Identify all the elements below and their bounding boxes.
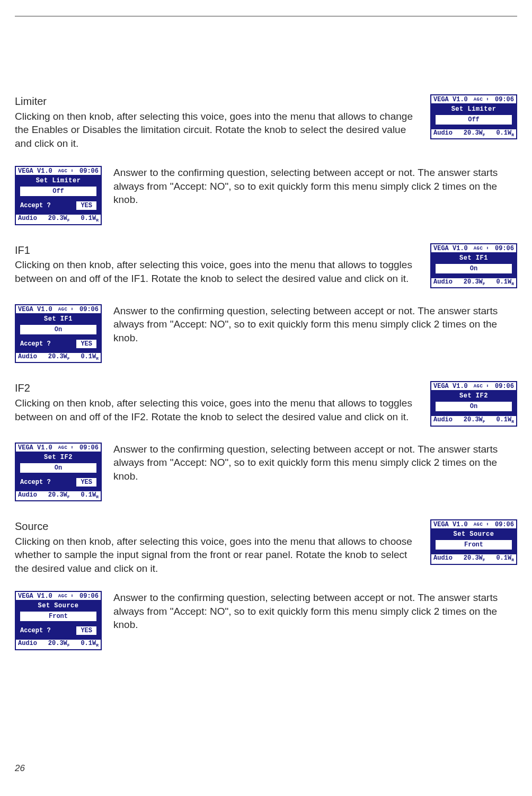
section-body: Clicking on then knob, after selecting t…	[15, 258, 421, 285]
lcd-audio-label: Audio	[433, 417, 453, 424]
lcd-screen-if2: VEGA V1.0 AGC ⬍ 09:06 Set IF2 On Audio 2…	[430, 381, 517, 426]
lcd-time: 09:06	[79, 593, 99, 599]
lcd-confirm-row: Accept ? YES	[19, 477, 97, 488]
lcd-accept-label: Accept ?	[19, 201, 52, 210]
lcd-agc-icon: AGC ⬍	[52, 445, 79, 451]
lcd-audio-label: Audio	[18, 353, 37, 361]
lcd-menu-title: Set IF1	[433, 254, 514, 263]
section-heading: Limiter	[15, 94, 421, 109]
lcd-audio-label: Audio	[18, 492, 37, 499]
lcd-header: VEGA V1.0 AGC ⬍ 09:06	[16, 592, 101, 600]
lcd-fwd-power: 20.3WF	[48, 492, 70, 499]
lcd-fwd-power: 20.3WF	[464, 555, 485, 562]
lcd-menu-value: On	[19, 462, 97, 474]
section-if1: IF1 Clicking on then knob, after selecti…	[15, 243, 517, 364]
lcd-body: Set Source Front Accept ? YES	[16, 600, 101, 640]
lcd-menu-value: Front	[435, 539, 513, 551]
lcd-agc-icon: AGC ⬍	[468, 521, 495, 528]
lcd-menu-title: Set Limiter	[433, 105, 514, 114]
lcd-footer: Audio 20.3WF 0.1WR	[16, 491, 101, 500]
lcd-confirm-screen-limiter: VEGA V1.0 AGC ⬍ 09:06 Set Limiter Off Ac…	[15, 166, 102, 225]
lcd-header: VEGA V1.0 AGC ⬍ 09:06	[16, 167, 101, 175]
lcd-footer: Audio 20.3WF 0.1WR	[16, 353, 101, 362]
lcd-ref-power: 0.1WR	[81, 215, 99, 223]
section-text: IF2 Clicking on then knob, after selecti…	[15, 381, 421, 423]
lcd-fwd-power: 20.3WF	[464, 279, 485, 286]
lcd-agc-icon: AGC ⬍	[468, 383, 495, 390]
lcd-header: VEGA V1.0 AGC ⬍ 09:06	[16, 305, 101, 313]
lcd-agc-icon: AGC ⬍	[52, 306, 79, 313]
section-text: Limiter Clicking on then knob, after sel…	[15, 94, 421, 150]
section-body: Clicking on then knob, after selecting t…	[15, 535, 421, 575]
lcd-body: Set IF2 On	[431, 390, 516, 416]
lcd-header: VEGA V1.0 AGC ⬍ 09:06	[16, 444, 101, 452]
lcd-version: VEGA V1.0	[18, 306, 52, 313]
lcd-screen-source: VEGA V1.0 AGC ⬍ 09:06 Set Source Front A…	[430, 519, 517, 564]
lcd-footer: Audio 20.3WF 0.1WR	[431, 416, 516, 425]
section-heading: Source	[15, 519, 421, 534]
lcd-version: VEGA V1.0	[18, 168, 52, 174]
lcd-audio-label: Audio	[433, 279, 453, 286]
lcd-agc-icon: AGC ⬍	[52, 168, 79, 174]
page-number: 26	[15, 763, 25, 774]
lcd-time: 09:06	[79, 445, 99, 451]
lcd-header: VEGA V1.0 AGC ⬍ 09:06	[431, 95, 516, 103]
section-limiter: Limiter Clicking on then knob, after sel…	[15, 94, 517, 225]
lcd-version: VEGA V1.0	[433, 383, 468, 390]
lcd-header: VEGA V1.0 AGC ⬍ 09:06	[431, 382, 516, 390]
lcd-yes-button[interactable]: YES	[75, 339, 97, 349]
lcd-version: VEGA V1.0	[433, 521, 468, 528]
lcd-footer: Audio 20.3WF 0.1WR	[16, 215, 101, 224]
lcd-time: 09:06	[79, 168, 99, 174]
lcd-yes-button[interactable]: YES	[75, 625, 97, 636]
section-body: Clicking on then knob, after selecting t…	[15, 110, 421, 150]
lcd-header: VEGA V1.0 AGC ⬍ 09:06	[431, 520, 516, 528]
lcd-menu-value: On	[19, 324, 97, 335]
lcd-menu-title: Set Limiter	[18, 176, 99, 185]
lcd-fwd-power: 20.3WF	[48, 353, 70, 361]
lcd-yes-button[interactable]: YES	[75, 477, 97, 488]
lcd-confirm-row: Accept ? YES	[19, 200, 97, 211]
lcd-time: 09:06	[495, 383, 514, 390]
lcd-version: VEGA V1.0	[433, 96, 468, 103]
lcd-body: Set Limiter Off Accept ? YES	[16, 175, 101, 215]
lcd-fwd-power: 20.3WF	[48, 640, 70, 648]
lcd-body: Set IF2 On Accept ? YES	[16, 452, 101, 491]
lcd-confirm-screen-if1: VEGA V1.0 AGC ⬍ 09:06 Set IF1 On Accept …	[15, 304, 102, 363]
lcd-body: Set IF1 On Accept ? YES	[16, 313, 101, 353]
lcd-footer: Audio 20.3WF 0.1WR	[431, 278, 516, 287]
lcd-menu-value: On	[435, 401, 513, 412]
lcd-menu-title: Set Source	[433, 530, 514, 539]
section-if2: IF2 Clicking on then knob, after selecti…	[15, 381, 517, 501]
lcd-body: Set IF1 On	[431, 252, 516, 278]
lcd-body: Set Source Front	[431, 528, 516, 554]
lcd-agc-icon: AGC ⬍	[52, 593, 79, 599]
lcd-body: Set Limiter Off	[431, 103, 516, 129]
lcd-fwd-power: 20.3WF	[464, 417, 485, 424]
lcd-screen-if1: VEGA V1.0 AGC ⬍ 09:06 Set IF1 On Audio 2…	[430, 243, 517, 288]
section-text: IF1 Clicking on then knob, after selecti…	[15, 243, 421, 286]
lcd-agc-icon: AGC ⬍	[468, 245, 495, 252]
lcd-version: VEGA V1.0	[18, 593, 52, 599]
lcd-yes-button[interactable]: YES	[75, 200, 97, 211]
lcd-version: VEGA V1.0	[433, 245, 468, 252]
lcd-ref-power: 0.1WR	[496, 555, 514, 562]
lcd-footer: Audio 20.3WF 0.1WR	[431, 554, 516, 563]
lcd-menu-title: Set IF1	[18, 315, 99, 324]
lcd-ref-power: 0.1WR	[496, 130, 514, 137]
lcd-confirm-row: Accept ? YES	[19, 625, 97, 636]
lcd-agc-icon: AGC ⬍	[468, 96, 495, 103]
lcd-menu-value: Off	[19, 185, 97, 197]
section-body: Clicking on then knob, after selecting t…	[15, 396, 421, 423]
lcd-footer: Audio 20.3WF 0.1WR	[431, 129, 516, 138]
section-source: Source Clicking on then knob, after sele…	[15, 519, 517, 650]
lcd-version: VEGA V1.0	[18, 445, 52, 451]
lcd-menu-title: Set IF2	[433, 392, 514, 401]
lcd-time: 09:06	[495, 521, 514, 528]
lcd-confirm-screen-source: VEGA V1.0 AGC ⬍ 09:06 Set Source Front A…	[15, 591, 102, 650]
lcd-audio-label: Audio	[18, 640, 37, 648]
lcd-audio-label: Audio	[18, 215, 37, 223]
lcd-fwd-power: 20.3WF	[48, 215, 70, 223]
section-text: Source Clicking on then knob, after sele…	[15, 519, 421, 575]
lcd-time: 09:06	[495, 245, 514, 252]
